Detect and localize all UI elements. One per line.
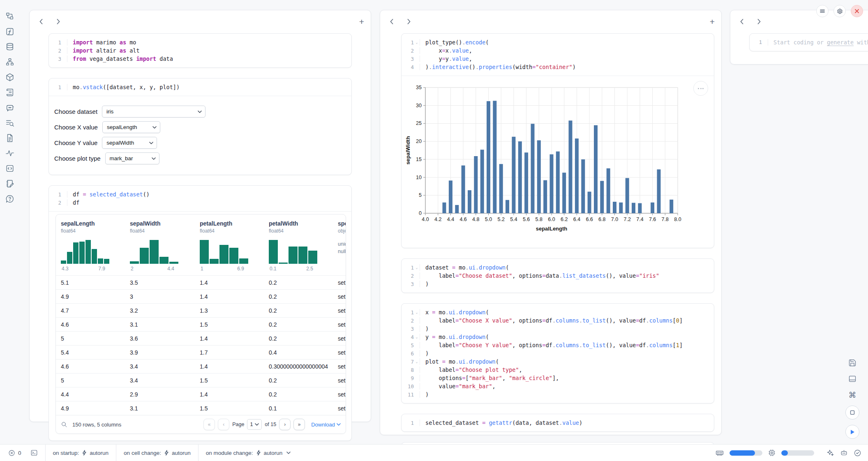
code-line[interactable]: 9 options=["mark_bar", "mark_circle"],	[402, 374, 714, 382]
ai-sparkles-icon[interactable]	[826, 449, 834, 457]
page-select[interactable]: 1	[247, 419, 262, 430]
connection-status-icon[interactable]	[854, 449, 861, 457]
stop-button[interactable]	[845, 406, 859, 420]
code-placeholder[interactable]: Start coding or generate with	[768, 39, 868, 46]
generate-link[interactable]: generate	[827, 39, 854, 46]
script-icon[interactable]	[5, 88, 15, 97]
add-cell-button[interactable]: +	[359, 17, 364, 26]
table-row[interactable]: 4.42.91.40.2setosa	[56, 387, 346, 401]
table-column-header[interactable]: petalWidthfloat640.12.5	[264, 214, 333, 275]
console-panel-button[interactable]	[847, 373, 858, 384]
chevron-left-icon[interactable]	[38, 18, 44, 25]
chevron-left-icon[interactable]	[739, 18, 745, 25]
dependency-graph-icon[interactable]	[5, 57, 15, 67]
autorun-config-item[interactable]: on module change: autorun	[204, 445, 293, 461]
code-line[interactable]: 1mo.vstack([dataset, x, y, plot])	[49, 83, 351, 91]
code-line[interactable]: 1⌄plot_type().encode(	[402, 38, 714, 46]
help-icon[interactable]	[5, 194, 15, 204]
settings-gear-button[interactable]	[833, 5, 846, 17]
code-line[interactable]: 1selected_dataset = getattr(data, datase…	[402, 419, 714, 427]
next-page-button[interactable]: ›	[279, 419, 291, 430]
table-row[interactable]: 4.63.11.50.2setosa	[56, 317, 346, 331]
dropdown-select[interactable]: sepalLength	[102, 121, 160, 133]
dataframe-cell[interactable]: 1df = selected_dataset()2df sepalLengthf…	[48, 185, 352, 441]
chevron-right-icon[interactable]	[756, 18, 762, 25]
code-line[interactable]: 11)	[402, 390, 714, 399]
table-row[interactable]: 4.93.11.50.1setosa	[56, 401, 346, 415]
imports-cell[interactable]: 1import marimo as mo2import altair as al…	[48, 33, 352, 68]
database-icon[interactable]	[5, 42, 15, 52]
selected-dataset-cell[interactable]: 1selected_dataset = getattr(data, datase…	[401, 414, 714, 432]
table-row[interactable]: 4.63.41.40.30000000000000004setosa	[56, 359, 346, 373]
function-icon[interactable]	[5, 27, 15, 37]
code-line[interactable]: 2 label="Choose dataset", options=data.l…	[402, 272, 714, 280]
scratchpad-icon[interactable]	[5, 179, 15, 189]
chat-bot-icon[interactable]	[840, 449, 848, 457]
code-line[interactable]: 2 x=x.value,	[402, 46, 714, 55]
xy-plot-dropdown-cell[interactable]: 1⌄x = mo.ui.dropdown(2 label="Choose X v…	[401, 303, 714, 403]
run-all-button[interactable]	[845, 425, 859, 439]
chevron-right-icon[interactable]	[55, 18, 62, 25]
autorun-config-item[interactable]: on cell change: autorun	[122, 445, 192, 461]
fold-chevron-icon[interactable]: ⌄	[414, 335, 420, 339]
table-column-header[interactable]: sepalLengthfloat644.37.9	[56, 214, 125, 275]
code-line[interactable]: 10 value="mark_bar",	[402, 382, 714, 390]
new-cell[interactable]: 1 Start coding or generate with	[749, 33, 868, 51]
autorun-config-item[interactable]: on startup: autorun	[51, 445, 111, 461]
dataset-dropdown-cell[interactable]: 1⌄dataset = mo.ui.dropdown(2 label="Choo…	[401, 258, 714, 293]
add-cell-button[interactable]: +	[710, 17, 715, 26]
code-line[interactable]: 2df	[49, 198, 351, 207]
table-column-header[interactable]: petalLengthfloat6416.9	[195, 214, 264, 275]
shutdown-close-button[interactable]	[851, 5, 863, 17]
menu-button[interactable]	[816, 5, 829, 17]
dropdown-select[interactable]: mark_bar	[105, 152, 159, 164]
fold-chevron-icon[interactable]: ⌄	[414, 266, 420, 270]
code-line[interactable]: 3)	[402, 280, 714, 288]
table-column-header[interactable]: speciesobjectunique:nulls:	[333, 214, 346, 275]
package-icon[interactable]	[5, 72, 15, 82]
dropdown-select[interactable]: iris	[102, 106, 205, 118]
dropdown-select[interactable]: sepalWidth	[102, 137, 157, 149]
vstack-cell[interactable]: 1mo.vstack([dataset, x, y, plot]) Choose…	[48, 78, 352, 175]
terminal-button[interactable]	[29, 445, 39, 461]
chart-options-button[interactable]	[693, 81, 708, 96]
table-row[interactable]: 5.43.91.70.4setosa	[56, 345, 346, 359]
table-row[interactable]: 5.13.51.40.2setosa	[56, 275, 346, 289]
fold-chevron-icon[interactable]: ⌄	[414, 41, 420, 44]
code-line[interactable]: 3 y=y.value,	[402, 55, 714, 63]
log-search-icon[interactable]	[5, 118, 15, 128]
code-line[interactable]: 4).interactive().properties(width="conta…	[402, 63, 714, 71]
table-column-header[interactable]: sepalWidthfloat6424.4	[125, 214, 195, 275]
prev-page-button[interactable]: ‹	[218, 419, 229, 430]
document-icon[interactable]	[5, 133, 15, 143]
code-line[interactable]: 1⌄dataset = mo.ui.dropdown(	[402, 263, 714, 272]
table-row[interactable]: 4.73.21.30.2setosa	[56, 303, 346, 317]
code-line[interactable]: 6)	[402, 349, 714, 357]
last-page-button[interactable]: »	[293, 419, 305, 430]
error-count[interactable]: 0	[7, 445, 23, 461]
code-line[interactable]: 2 label="Choose X value", options=df.col…	[402, 316, 714, 325]
code-line[interactable]: 7⌄plot = mo.ui.dropdown(	[402, 357, 714, 366]
code-snippet-icon[interactable]	[5, 164, 15, 173]
activity-icon[interactable]	[5, 148, 15, 158]
first-page-button[interactable]: «	[203, 419, 215, 430]
file-tree-icon[interactable]	[5, 12, 15, 21]
table-row[interactable]: 53.41.50.2setosa	[56, 373, 346, 387]
code-line[interactable]: 4⌄y = mo.ui.dropdown(	[402, 333, 714, 341]
chevron-right-icon[interactable]	[406, 18, 412, 25]
chart-output[interactable]: 4.04.24.44.64.85.05.25.45.65.86.06.26.46…	[402, 76, 714, 248]
save-button[interactable]	[847, 357, 858, 368]
chart-cell[interactable]: 1⌄plot_type().encode(2 x=x.value,3 y=y.v…	[401, 33, 714, 248]
table-row[interactable]: 4.931.40.2setosa	[56, 289, 346, 303]
keyboard-shortcuts-button[interactable]: ⌘	[847, 390, 858, 400]
fold-chevron-icon[interactable]: ⌄	[414, 360, 420, 364]
code-line[interactable]: 1df = selected_dataset()	[49, 190, 351, 198]
bar-chart[interactable]: 4.04.24.44.64.85.05.25.45.65.86.06.26.46…	[404, 81, 698, 242]
code-line[interactable]: 1⌄x = mo.ui.dropdown(	[402, 308, 714, 316]
code-line[interactable]: 5 label="Choose Y value", options=df.col…	[402, 341, 714, 349]
download-button[interactable]: Download	[311, 422, 341, 428]
code-line[interactable]: 3from vega_datasets import data	[49, 55, 351, 63]
chevron-left-icon[interactable]	[388, 18, 395, 25]
search-icon[interactable]	[61, 421, 67, 428]
table-row[interactable]: 53.61.40.2setosa	[56, 331, 346, 345]
